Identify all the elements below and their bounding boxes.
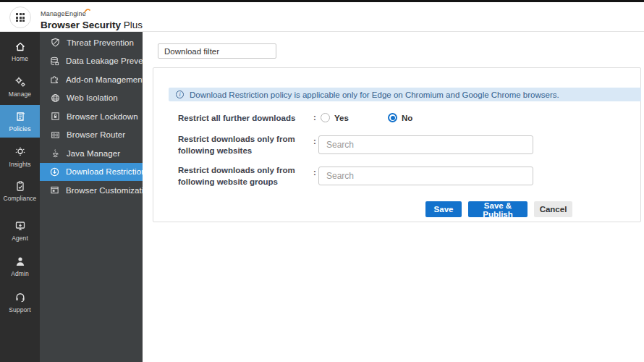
- policy-name-input[interactable]: [158, 43, 276, 59]
- logo-swoosh-icon: [84, 8, 90, 14]
- restrict-websites-label: Restrict downloads only from following w…: [178, 134, 319, 156]
- product-name: Browser Security: [41, 20, 121, 30]
- policy-item-label: Browser Router: [67, 130, 125, 139]
- policy-item-label: Browser Customization: [66, 186, 153, 195]
- policy-document-icon: [14, 111, 26, 122]
- radio-yes[interactable]: [321, 113, 330, 122]
- app-header: ManageEngine Browser Security Plus: [0, 2, 644, 32]
- save-button[interactable]: Save: [425, 201, 462, 217]
- browser-window-icon: [50, 185, 59, 195]
- globe-icon: [51, 93, 60, 103]
- radio-yes-label[interactable]: Yes: [334, 114, 349, 122]
- manageengine-logo: ManageEngine: [41, 10, 86, 17]
- sidebar-item-label: Admin: [11, 270, 29, 277]
- app-launcher-button[interactable]: [9, 7, 31, 28]
- separator-colon: :: [313, 113, 316, 122]
- product-title: Browser Security Plus: [41, 20, 143, 30]
- main-content: i Download Restriction policy is applica…: [143, 32, 644, 362]
- sidebar-item-admin[interactable]: Admin: [0, 256, 40, 277]
- sidebar-item-label: Policies: [9, 125, 30, 132]
- download-circle-icon: [50, 167, 59, 177]
- headset-icon: [14, 292, 26, 303]
- agent-monitor-icon: [14, 220, 26, 232]
- radio-no[interactable]: [388, 113, 397, 122]
- sidebar-item-label: Home: [12, 55, 28, 62]
- separator-colon: :: [313, 137, 316, 146]
- policy-item-browser-router[interactable]: Browser Router: [40, 126, 143, 145]
- info-banner-text: Download Restriction policy is applicabl…: [190, 90, 559, 99]
- sidebar-item-label: Support: [9, 306, 30, 313]
- policy-item-label: Add-on Management: [66, 75, 145, 84]
- java-cup-icon: [51, 148, 60, 158]
- brand-text: ManageEngine: [41, 10, 86, 17]
- home-icon: [14, 41, 26, 52]
- sidebar-item-insights[interactable]: Insights: [0, 146, 40, 168]
- lock-box-icon: [51, 111, 60, 121]
- shield-icon: [51, 38, 60, 47]
- clipboard-icon: [14, 180, 26, 192]
- websites-search-input[interactable]: [318, 135, 533, 154]
- policy-item-web-isolation[interactable]: Web Isolation: [40, 89, 143, 108]
- sidebar-item-label: Insights: [9, 161, 30, 168]
- restrict-all-downloads-label: Restrict all further downloads: [178, 113, 319, 125]
- policy-item-browser-customization[interactable]: Browser Customization: [40, 181, 143, 200]
- policy-item-download-restriction[interactable]: Download Restriction: [40, 163, 143, 182]
- policy-item-browser-lockdown[interactable]: Browser Lockdown: [40, 107, 143, 126]
- policy-item-java-manager[interactable]: Java Manager: [40, 144, 143, 163]
- sidebar-item-compliance[interactable]: Compliance: [0, 180, 40, 202]
- sidebar-item-manage[interactable]: Manage: [0, 76, 40, 98]
- website-groups-search-input[interactable]: [318, 167, 533, 185]
- sidebar-item-policies[interactable]: Policies: [0, 105, 40, 138]
- grid-icon: [16, 13, 25, 22]
- policy-item-label: Web Isolation: [67, 93, 118, 102]
- lightbulb-icon: [14, 146, 27, 158]
- policy-item-threat-prevention[interactable]: Threat Prevention: [40, 33, 143, 52]
- policy-item-label: Java Manager: [67, 149, 120, 158]
- info-banner: i Download Restriction policy is applica…: [169, 88, 641, 101]
- policies-submenu: Threat Prevention Data Leakage Preventio…: [40, 32, 143, 362]
- brand-block: ManageEngine Browser Security Plus: [41, 6, 143, 30]
- main-sidebar: Home Manage P: [0, 32, 40, 362]
- radio-no-label[interactable]: No: [402, 114, 412, 122]
- sidebar-item-label: Compliance: [4, 195, 37, 202]
- sidebar-item-home[interactable]: Home: [0, 41, 40, 62]
- router-icon: [51, 130, 60, 140]
- policy-item-label: Download Restriction: [66, 167, 146, 176]
- sidebar-item-label: Manage: [9, 90, 31, 98]
- sidebar-item-agent[interactable]: Agent: [0, 220, 40, 242]
- policy-item-label: Threat Prevention: [67, 38, 134, 47]
- policy-item-label: Browser Lockdown: [67, 112, 138, 121]
- download-restriction-panel: i Download Restriction policy is applica…: [153, 67, 641, 222]
- restrict-website-groups-label: Restrict downloads only from following w…: [178, 165, 319, 188]
- info-icon: i: [176, 90, 184, 98]
- policy-item-data-leakage-prevention[interactable]: Data Leakage Prevention: [40, 52, 143, 71]
- save-and-publish-button[interactable]: Save & Publish: [468, 201, 528, 217]
- separator-colon: :: [313, 168, 316, 177]
- gears-icon: [14, 76, 26, 88]
- product-suffix: Plus: [124, 20, 143, 30]
- sidebar-item-label: Agent: [12, 235, 28, 242]
- cancel-button[interactable]: Cancel: [534, 201, 572, 217]
- sidebar-item-support[interactable]: Support: [0, 292, 40, 313]
- database-icon: [50, 56, 59, 66]
- person-icon: [14, 256, 26, 267]
- policy-item-add-on-management[interactable]: Add-on Management: [40, 70, 143, 89]
- puzzle-icon: [50, 75, 59, 84]
- browser-security-plus-app: ManageEngine Browser Security Plus Home: [0, 0, 644, 362]
